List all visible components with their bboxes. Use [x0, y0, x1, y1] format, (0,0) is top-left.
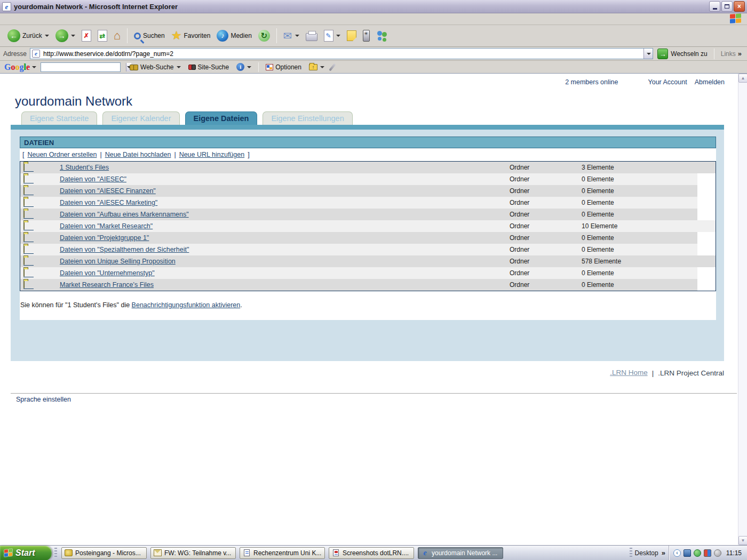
folder-link[interactable]: [23, 222, 34, 230]
display-settings-icon[interactable]: [704, 549, 711, 557]
tab[interactable]: Eigene Dateien: [185, 111, 258, 125]
messenger-icon[interactable]: [694, 549, 701, 557]
folder-link[interactable]: [23, 281, 34, 289]
vertical-scrollbar[interactable]: ▲ ▼: [738, 74, 747, 545]
back-button[interactable]: ← Zurück: [4, 28, 52, 44]
taskbar-button[interactable]: Posteingang - Micros...: [61, 547, 147, 559]
taskbar-button[interactable]: Screenshots dotLRN....: [329, 547, 414, 559]
start-button[interactable]: Start: [0, 546, 52, 560]
refresh-button[interactable]: ⇄: [94, 28, 110, 43]
title-bar: e yourdomain Network - Microsoft Interne…: [0, 0, 747, 13]
folder-name-link[interactable]: Dateien von "AIESEC Marketing": [60, 199, 157, 206]
row-end-cell: [697, 279, 716, 291]
folder-name-link[interactable]: Dateien von "Market Research": [60, 222, 153, 230]
folder-link[interactable]: [23, 234, 34, 242]
favorites-button[interactable]: ★ Favoriten: [168, 29, 214, 43]
action-link[interactable]: Neuen Ordner erstellen: [27, 151, 97, 158]
your-account-link[interactable]: Your Account: [648, 78, 687, 86]
edit-button[interactable]: ✎: [321, 28, 344, 43]
edit-dropdown-icon[interactable]: [336, 35, 340, 37]
folder-up-button[interactable]: ↑: [305, 64, 328, 70]
table-row: Dateien von "Market Research" Ordner 10 …: [20, 220, 716, 232]
table-row: 1 Student's Files Ordner 3 Elemente: [20, 162, 716, 173]
folder-link[interactable]: [23, 175, 34, 183]
mail-dropdown-icon[interactable]: [295, 35, 299, 37]
google-logo[interactable]: Google: [4, 62, 30, 72]
address-field[interactable]: e: [30, 48, 653, 59]
taskbar-button[interactable]: Rechenzentrum Uni K...: [240, 547, 325, 559]
desktop-toolbar-grip[interactable]: [630, 548, 632, 558]
network-status-icon[interactable]: [684, 549, 691, 557]
scroll-down-button[interactable]: ▼: [738, 536, 747, 545]
folder-link[interactable]: [23, 257, 34, 266]
print-button[interactable]: [303, 29, 321, 43]
restore-button[interactable]: [721, 1, 733, 12]
options-button[interactable]: Optionen: [262, 63, 305, 71]
google-dropdown-icon[interactable]: [32, 66, 36, 68]
links-label[interactable]: Links: [721, 50, 736, 58]
action-link[interactable]: Neue Datei hochladen: [105, 151, 171, 158]
logout-link[interactable]: Abmelden: [695, 78, 725, 86]
history-button[interactable]: ↻: [255, 28, 273, 43]
forward-dropdown-icon[interactable]: [71, 35, 75, 37]
taskbar-button[interactable]: yourdomain Network ...: [418, 547, 503, 559]
taskbar-button[interactable]: FW: WG: Teilnahme v...: [150, 547, 236, 559]
folder-link[interactable]: [23, 163, 34, 172]
folder-name-link[interactable]: Dateien von Unique Selling Proposition: [60, 258, 176, 265]
stop-button[interactable]: ✗: [78, 28, 94, 43]
windows-logo-icon: [730, 13, 744, 25]
folder-up-dropdown-icon[interactable]: [320, 66, 324, 68]
language-link[interactable]: Sprache einstellen: [16, 396, 71, 403]
folder-link[interactable]: [23, 245, 34, 254]
discuss-button[interactable]: [344, 29, 360, 43]
search-button[interactable]: Suchen: [131, 30, 168, 41]
mail-button[interactable]: ✉: [280, 29, 303, 42]
action-link[interactable]: Neue URL hinzufügen: [179, 151, 245, 158]
folder-link[interactable]: [23, 269, 34, 277]
tab[interactable]: Eigene Einstellungen: [263, 111, 352, 125]
minimize-button[interactable]: [709, 1, 720, 12]
site-search-button[interactable]: Site-Suche: [185, 63, 233, 71]
go-button[interactable]: → Wechseln zu: [657, 49, 707, 59]
folder-name-link[interactable]: Dateien von "AIESEC Finanzen": [60, 187, 156, 195]
folder-name-link[interactable]: Dateien von "AIESEC": [60, 175, 126, 183]
mobile-button[interactable]: ✳: [360, 28, 373, 43]
folder-name-link[interactable]: Dateien von "Spezialthemen der Sicherhei…: [60, 246, 189, 253]
forward-button[interactable]: →: [52, 28, 78, 44]
folder-name-link[interactable]: Market Research France's Files: [60, 281, 154, 289]
web-search-dropdown-icon[interactable]: [177, 66, 181, 68]
messenger-button[interactable]: [373, 28, 392, 43]
folder-name-link[interactable]: Dateien von "Projektgruppe 1": [60, 234, 149, 242]
info-dropdown-icon[interactable]: [247, 66, 251, 68]
desktop-chevron[interactable]: »: [662, 549, 665, 557]
address-input[interactable]: [42, 50, 643, 58]
scroll-up-button[interactable]: ▲: [738, 74, 747, 83]
close-button[interactable]: ×: [734, 1, 745, 12]
page-info-button[interactable]: i: [233, 63, 255, 71]
folder-link[interactable]: [23, 210, 34, 219]
tab[interactable]: Eigene Startseite: [21, 111, 97, 125]
offline-globe-icon[interactable]: [714, 549, 721, 557]
notification-link[interactable]: Benachrichtigungsfunktion aktivieren: [132, 301, 241, 309]
hide-icons-button[interactable]: [673, 549, 681, 557]
links-chevron[interactable]: »: [738, 50, 742, 58]
google-search-input[interactable]: [41, 63, 126, 71]
back-dropdown-icon[interactable]: [45, 35, 49, 37]
folder-name-link[interactable]: Dateien von "Unternehmenstyp": [60, 269, 155, 277]
address-dropdown-button[interactable]: [643, 49, 653, 59]
folder-name-link[interactable]: Dateien von "Aufbau eines Markennamens": [60, 211, 189, 218]
lrn-home-link[interactable]: .LRN Home: [610, 367, 648, 378]
google-search-box[interactable]: [41, 62, 121, 72]
folder-link[interactable]: [23, 187, 34, 195]
folder-link[interactable]: [23, 198, 34, 207]
desktop-label[interactable]: Desktop: [635, 549, 658, 557]
web-search-button[interactable]: Web-Suche: [126, 63, 184, 71]
menu-bar: [0, 13, 747, 25]
system-tray: 11:15: [669, 546, 747, 560]
highlighter-icon[interactable]: [329, 63, 336, 71]
home-button[interactable]: ⌂: [110, 29, 124, 43]
taskbar-grip[interactable]: [54, 548, 57, 558]
tab[interactable]: Eigener Kalender: [102, 111, 179, 125]
media-button[interactable]: ♪ Medien: [213, 28, 255, 43]
folder-name-link[interactable]: 1 Student's Files: [60, 164, 109, 171]
